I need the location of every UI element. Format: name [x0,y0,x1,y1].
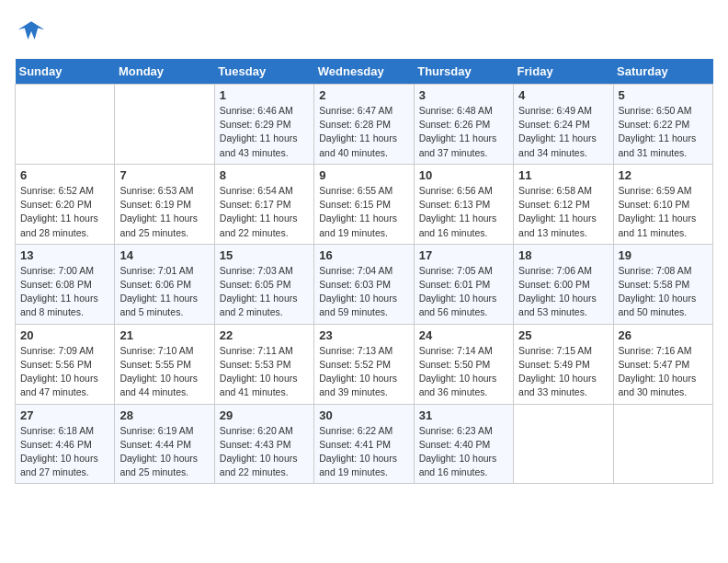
calendar-cell: 4Sunrise: 6:49 AMSunset: 6:24 PMDaylight… [514,85,613,165]
calendar-cell [514,404,613,484]
calendar-cell: 10Sunrise: 6:56 AMSunset: 6:13 PMDayligh… [414,164,513,244]
day-number: 25 [518,328,608,342]
day-header-friday: Friday [514,59,613,85]
day-number: 8 [220,168,309,182]
calendar-cell: 12Sunrise: 6:59 AMSunset: 6:10 PMDayligh… [613,164,712,244]
day-number: 17 [419,248,508,262]
cell-content: Sunrise: 6:20 AMSunset: 4:43 PMDaylight:… [220,424,309,480]
svg-marker-0 [18,21,45,40]
week-row-2: 6Sunrise: 6:52 AMSunset: 6:20 PMDaylight… [16,164,713,244]
cell-content: Sunrise: 6:19 AMSunset: 4:44 PMDaylight:… [119,424,209,480]
calendar-cell: 8Sunrise: 6:54 AMSunset: 6:17 PMDaylight… [214,164,313,244]
day-number: 9 [319,168,408,182]
day-number: 4 [518,88,608,102]
cell-content: Sunrise: 6:18 AMSunset: 4:46 PMDaylight:… [20,424,109,480]
calendar-cell: 19Sunrise: 7:08 AMSunset: 5:58 PMDayligh… [613,244,712,324]
cell-content: Sunrise: 7:03 AMSunset: 6:05 PMDaylight:… [220,264,309,320]
calendar-cell: 18Sunrise: 7:06 AMSunset: 6:00 PMDayligh… [514,244,613,324]
cell-content: Sunrise: 7:10 AMSunset: 5:55 PMDaylight:… [119,344,209,400]
day-number: 16 [319,248,408,262]
day-number: 31 [419,408,508,422]
day-number: 5 [619,88,708,102]
logo [15,15,51,48]
calendar-cell: 16Sunrise: 7:04 AMSunset: 6:03 PMDayligh… [314,244,414,324]
day-number: 19 [619,248,708,262]
cell-content: Sunrise: 7:01 AMSunset: 6:06 PMDaylight:… [119,264,209,320]
calendar-cell: 13Sunrise: 7:00 AMSunset: 6:08 PMDayligh… [16,244,115,324]
day-number: 6 [20,168,109,182]
day-header-monday: Monday [115,59,214,85]
calendar-cell: 29Sunrise: 6:20 AMSunset: 4:43 PMDayligh… [214,404,313,484]
cell-content: Sunrise: 7:05 AMSunset: 6:01 PMDaylight:… [419,264,508,320]
cell-content: Sunrise: 7:16 AMSunset: 5:47 PMDaylight:… [619,344,708,400]
day-number: 13 [20,248,109,262]
day-number: 14 [119,248,209,262]
logo-icon [15,15,48,48]
cell-content: Sunrise: 7:04 AMSunset: 6:03 PMDaylight:… [319,264,408,320]
cell-content: Sunrise: 6:59 AMSunset: 6:10 PMDaylight:… [619,184,708,240]
week-row-4: 20Sunrise: 7:09 AMSunset: 5:56 PMDayligh… [16,324,713,404]
calendar-cell: 28Sunrise: 6:19 AMSunset: 4:44 PMDayligh… [115,404,214,484]
day-number: 18 [518,248,608,262]
calendar-cell: 9Sunrise: 6:55 AMSunset: 6:15 PMDaylight… [314,164,414,244]
week-row-3: 13Sunrise: 7:00 AMSunset: 6:08 PMDayligh… [16,244,713,324]
week-row-1: 1Sunrise: 6:46 AMSunset: 6:29 PMDaylight… [16,85,713,165]
calendar-table: SundayMondayTuesdayWednesdayThursdayFrid… [15,59,713,484]
cell-content: Sunrise: 6:52 AMSunset: 6:20 PMDaylight:… [20,184,109,240]
calendar-cell: 2Sunrise: 6:47 AMSunset: 6:28 PMDaylight… [314,85,414,165]
calendar-cell: 1Sunrise: 6:46 AMSunset: 6:29 PMDaylight… [214,85,313,165]
cell-content: Sunrise: 7:08 AMSunset: 5:58 PMDaylight:… [619,264,708,320]
cell-content: Sunrise: 6:58 AMSunset: 6:12 PMDaylight:… [518,184,608,240]
day-number: 24 [419,328,508,342]
day-number: 1 [220,88,309,102]
cell-content: Sunrise: 6:54 AMSunset: 6:17 PMDaylight:… [220,184,309,240]
cell-content: Sunrise: 7:09 AMSunset: 5:56 PMDaylight:… [20,344,109,400]
cell-content: Sunrise: 6:55 AMSunset: 6:15 PMDaylight:… [319,184,408,240]
day-number: 30 [319,408,408,422]
calendar-cell: 7Sunrise: 6:53 AMSunset: 6:19 PMDaylight… [115,164,214,244]
calendar-cell: 17Sunrise: 7:05 AMSunset: 6:01 PMDayligh… [414,244,513,324]
header-row: SundayMondayTuesdayWednesdayThursdayFrid… [16,59,713,85]
cell-content: Sunrise: 6:50 AMSunset: 6:22 PMDaylight:… [619,104,708,160]
calendar-cell: 31Sunrise: 6:23 AMSunset: 4:40 PMDayligh… [414,404,513,484]
day-header-wednesday: Wednesday [314,59,414,85]
calendar-cell: 23Sunrise: 7:13 AMSunset: 5:52 PMDayligh… [314,324,414,404]
day-number: 3 [419,88,508,102]
cell-content: Sunrise: 6:47 AMSunset: 6:28 PMDaylight:… [319,104,408,160]
day-number: 2 [319,88,408,102]
calendar-cell: 27Sunrise: 6:18 AMSunset: 4:46 PMDayligh… [16,404,115,484]
calendar-cell [16,85,115,165]
day-header-sunday: Sunday [16,59,115,85]
cell-content: Sunrise: 6:53 AMSunset: 6:19 PMDaylight:… [119,184,209,240]
calendar-cell: 30Sunrise: 6:22 AMSunset: 4:41 PMDayligh… [314,404,414,484]
cell-content: Sunrise: 6:22 AMSunset: 4:41 PMDaylight:… [319,424,408,480]
cell-content: Sunrise: 7:00 AMSunset: 6:08 PMDaylight:… [20,264,109,320]
calendar-cell: 11Sunrise: 6:58 AMSunset: 6:12 PMDayligh… [514,164,613,244]
calendar-cell [613,404,712,484]
calendar-cell: 26Sunrise: 7:16 AMSunset: 5:47 PMDayligh… [613,324,712,404]
cell-content: Sunrise: 7:06 AMSunset: 6:00 PMDaylight:… [518,264,608,320]
day-number: 21 [119,328,209,342]
day-number: 20 [20,328,109,342]
day-number: 7 [119,168,209,182]
cell-content: Sunrise: 7:13 AMSunset: 5:52 PMDaylight:… [319,344,408,400]
day-number: 22 [220,328,309,342]
week-row-5: 27Sunrise: 6:18 AMSunset: 4:46 PMDayligh… [16,404,713,484]
cell-content: Sunrise: 7:15 AMSunset: 5:49 PMDaylight:… [518,344,608,400]
calendar-cell: 14Sunrise: 7:01 AMSunset: 6:06 PMDayligh… [115,244,214,324]
calendar-cell: 24Sunrise: 7:14 AMSunset: 5:50 PMDayligh… [414,324,513,404]
day-number: 10 [419,168,508,182]
cell-content: Sunrise: 7:14 AMSunset: 5:50 PMDaylight:… [419,344,508,400]
cell-content: Sunrise: 6:48 AMSunset: 6:26 PMDaylight:… [419,104,508,160]
calendar-cell: 3Sunrise: 6:48 AMSunset: 6:26 PMDaylight… [414,85,513,165]
day-number: 29 [220,408,309,422]
day-number: 23 [319,328,408,342]
day-number: 27 [20,408,109,422]
day-header-thursday: Thursday [414,59,513,85]
cell-content: Sunrise: 6:46 AMSunset: 6:29 PMDaylight:… [220,104,309,160]
calendar-cell: 20Sunrise: 7:09 AMSunset: 5:56 PMDayligh… [16,324,115,404]
day-header-tuesday: Tuesday [214,59,313,85]
calendar-cell [115,85,214,165]
day-number: 15 [220,248,309,262]
page-header [15,15,713,48]
